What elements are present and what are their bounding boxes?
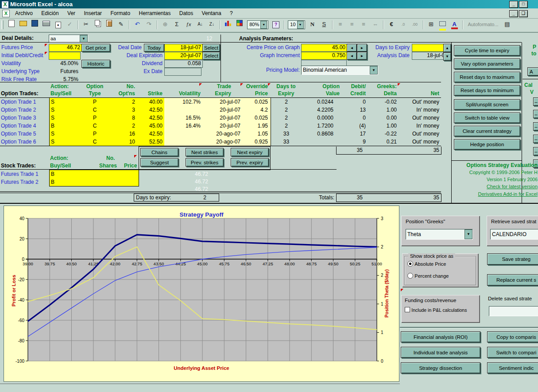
volatility-cell[interactable]: [164, 138, 205, 146]
override-cell[interactable]: 4.2: [243, 106, 271, 114]
override-cell[interactable]: 0.925: [243, 138, 271, 146]
net-cell[interactable]: In' money: [399, 122, 440, 130]
spelling-icon[interactable]: ✓: [65, 20, 74, 29]
autosum-icon[interactable]: Σ: [172, 20, 182, 29]
delete-strategy-input[interactable]: [489, 306, 538, 316]
new-icon[interactable]: [7, 20, 16, 29]
volatility-value[interactable]: 45.00%: [49, 60, 78, 66]
menu-datos[interactable]: Datos: [176, 8, 197, 18]
centre-price-field[interactable]: 45.00: [301, 44, 347, 52]
format-painter-icon[interactable]: ✎: [116, 20, 126, 29]
value-cell[interactable]: 0.0000: [302, 114, 340, 122]
chevron-down-icon[interactable]: ▼: [260, 21, 267, 29]
chains-button[interactable]: Chains: [140, 148, 178, 156]
save-icon[interactable]: [30, 20, 39, 29]
fill-color-icon[interactable]: [438, 20, 447, 29]
paste-icon[interactable]: [105, 20, 114, 29]
graph-increment-decrease-button[interactable]: ◄: [347, 52, 357, 60]
hyperlink-icon[interactable]: ⊕: [161, 20, 170, 29]
chevron-down-icon[interactable]: ▼: [80, 35, 88, 43]
strike-cell[interactable]: 42.50: [138, 106, 164, 114]
individual-trade-button[interactable]: Individual trade analysis: [401, 347, 480, 358]
sort-descending-icon[interactable]: Z↓: [207, 20, 217, 29]
hedge-position-button[interactable]: Hedge position: [454, 139, 520, 150]
maximize-button[interactable]: □: [519, 1, 528, 8]
financial-analysis-button[interactable]: Financial analysis (ROI): [401, 331, 480, 342]
centre-price-decrease-button[interactable]: ◄: [347, 44, 357, 52]
percent-change-radio[interactable]: Percent change: [407, 273, 449, 279]
action-cell[interactable]: S: [49, 106, 77, 114]
align-right-icon[interactable]: ≡: [359, 20, 368, 29]
merge-center-icon[interactable]: ⇔: [371, 20, 380, 29]
num-cell[interactable]: 3: [113, 106, 138, 114]
override-cell[interactable]: 0.025: [243, 98, 271, 106]
type-cell[interactable]: C: [77, 122, 113, 130]
properties-icon[interactable]: ▤: [503, 20, 512, 29]
net-cell[interactable]: Out' money: [399, 138, 440, 146]
retrieve-dropdown[interactable]: CALENDARIO: [490, 229, 538, 240]
volatility-cell[interactable]: [164, 130, 205, 138]
deal-expiration-field[interactable]: 20-jul-07: [164, 52, 203, 60]
action-cell[interactable]: S: [49, 138, 77, 146]
underline-icon[interactable]: S: [319, 20, 329, 29]
net-cell[interactable]: In' money: [399, 106, 440, 114]
help-icon[interactable]: ?: [271, 20, 281, 29]
strike-cell[interactable]: 40.00: [138, 98, 164, 106]
reset-max-button[interactable]: Reset days to maximum: [454, 72, 520, 82]
stock-action-cell[interactable]: B: [50, 170, 139, 178]
edge-fragment-button[interactable]: –: [533, 110, 538, 118]
menu-help[interactable]: ?: [226, 8, 236, 18]
increase-decimal-icon[interactable]: .0: [399, 20, 408, 29]
edge-fragment-button[interactable]: –: [533, 147, 538, 155]
value-cell[interactable]: 1.7200: [302, 122, 340, 130]
num-cell[interactable]: 2: [113, 122, 138, 130]
copy-icon[interactable]: [93, 20, 102, 29]
chart-wizard-icon[interactable]: [224, 20, 233, 29]
delta-cell[interactable]: 1.00: [369, 122, 399, 130]
reset-min-button[interactable]: Reset days to minimum: [454, 85, 520, 96]
delta-cell[interactable]: 1.00: [369, 106, 399, 114]
net-cell[interactable]: Out' money: [399, 98, 440, 106]
menu-edicion[interactable]: Edición: [38, 8, 62, 18]
debit-cell[interactable]: 13: [340, 106, 369, 114]
graph-increment-field[interactable]: 0.750: [301, 52, 347, 60]
edge-fragment-button[interactable]: –: [533, 135, 538, 143]
borders-icon[interactable]: ⊞: [426, 20, 436, 29]
strike-cell[interactable]: 52.50: [138, 138, 164, 146]
strike-cell[interactable]: 45.00: [138, 122, 164, 130]
days-cell[interactable]: 2: [271, 106, 302, 114]
autoformat-button[interactable]: Autoformato...: [466, 20, 500, 29]
type-cell[interactable]: C: [77, 138, 113, 146]
volatility-cell[interactable]: 16.4%: [164, 122, 205, 130]
net-cell[interactable]: Out' money: [399, 130, 440, 138]
deal-date-field[interactable]: 18-jul-07: [164, 44, 203, 52]
type-cell[interactable]: P: [77, 114, 113, 122]
days-cell[interactable]: 2: [271, 114, 302, 122]
select-expiration-button[interactable]: Select: [202, 52, 220, 60]
action-cell[interactable]: B: [49, 122, 77, 130]
futures-price-field[interactable]: 46.72: [49, 44, 82, 52]
open-icon[interactable]: [19, 20, 28, 29]
action-cell[interactable]: S: [49, 98, 77, 106]
prev-strikes-button[interactable]: Prev. strikes: [186, 158, 224, 167]
delta-cell[interactable]: 0.00: [369, 114, 399, 122]
override-cell[interactable]: 1.05: [243, 130, 271, 138]
decrease-decimal-icon[interactable]: .00: [410, 20, 419, 29]
include-pl-checkbox[interactable]: Include in P&L calculations: [401, 303, 480, 313]
underlying-type-value[interactable]: Futures: [49, 68, 78, 74]
strike-cell[interactable]: 42.50: [138, 114, 164, 122]
expiry-cell[interactable]: 20-ago-07: [205, 138, 243, 146]
stock-action-cell[interactable]: B: [50, 178, 139, 186]
font-color-icon[interactable]: A: [450, 20, 459, 29]
suggest-button[interactable]: Suggest: [140, 158, 178, 167]
days-cell[interactable]: 33: [271, 138, 302, 146]
num-cell[interactable]: 16: [113, 130, 138, 138]
delta-cell[interactable]: -0.22: [369, 130, 399, 138]
days-cell[interactable]: 33: [271, 130, 302, 138]
edge-fragment-button[interactable]: –: [533, 97, 538, 106]
volatility-cell[interactable]: 16.5%: [164, 114, 205, 122]
align-left-icon[interactable]: ≡: [336, 20, 345, 29]
menu-formato[interactable]: Formato: [107, 8, 134, 18]
sort-ascending-icon[interactable]: A↓: [196, 20, 205, 29]
action-cell[interactable]: S: [49, 114, 77, 122]
